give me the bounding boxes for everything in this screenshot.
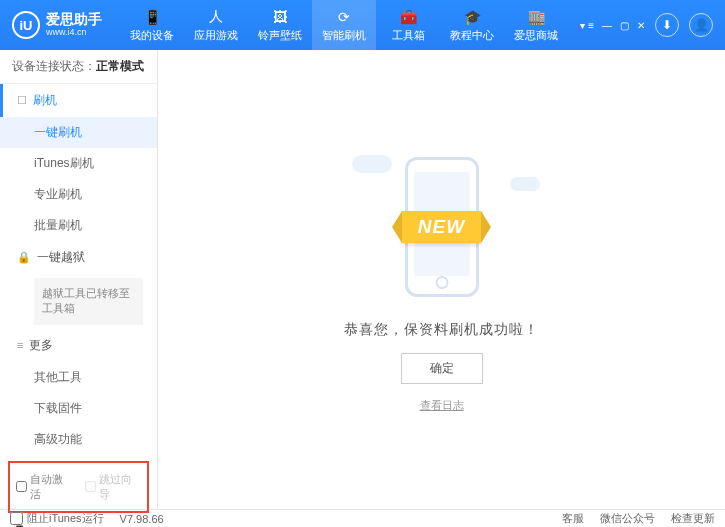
section-flash[interactable]: ☐ 刷机 [0, 84, 157, 117]
footer-link-wechat[interactable]: 微信公众号 [600, 511, 655, 526]
toolbox-icon: 🧰 [399, 8, 417, 26]
store-icon: 🏬 [527, 8, 545, 26]
sidebar-item-pro-flash[interactable]: 专业刷机 [0, 179, 157, 210]
nav-my-device[interactable]: 📱我的设备 [120, 0, 184, 50]
skip-guide-checkbox[interactable]: 跳过向导 [85, 472, 142, 502]
download-icon: ⬇ [662, 18, 672, 32]
app-logo: iU 爱思助手 www.i4.cn [12, 11, 102, 39]
section-more[interactable]: ≡ 更多 [0, 329, 157, 362]
footer-link-support[interactable]: 客服 [562, 511, 584, 526]
nav-store[interactable]: 🏬爱思商城 [504, 0, 568, 50]
ok-button[interactable]: 确定 [401, 353, 483, 384]
minimize-button[interactable]: — [602, 20, 612, 31]
window-controls: ▾ ≡ — ▢ ✕ [580, 20, 645, 31]
footer-link-update[interactable]: 检查更新 [671, 511, 715, 526]
graduation-icon: 🎓 [463, 8, 481, 26]
auto-activate-checkbox[interactable]: 自动激活 [16, 472, 73, 502]
sidebar-item-batch-flash[interactable]: 批量刷机 [0, 210, 157, 241]
user-icon: 👤 [694, 18, 709, 32]
app-url: www.i4.cn [46, 28, 102, 38]
cloud-icon [510, 177, 540, 191]
sidebar: 设备连接状态：正常模式 ☐ 刷机 一键刷机 iTunes刷机 专业刷机 批量刷机… [0, 50, 158, 509]
apps-icon: 人 [207, 8, 225, 26]
section-jailbreak[interactable]: 🔒 一键越狱 [0, 241, 157, 274]
nav-ringtones[interactable]: 🖼铃声壁纸 [248, 0, 312, 50]
sidebar-item-other-tools[interactable]: 其他工具 [0, 362, 157, 393]
nav-tutorials[interactable]: 🎓教程中心 [440, 0, 504, 50]
download-button[interactable]: ⬇ [655, 13, 679, 37]
sidebar-item-oneclick-flash[interactable]: 一键刷机 [0, 117, 157, 148]
menu-icon[interactable]: ▾ ≡ [580, 20, 594, 31]
version-label: V7.98.66 [120, 513, 164, 525]
flash-icon: ☐ [17, 94, 27, 107]
app-header: iU 爱思助手 www.i4.cn 📱我的设备 人应用游戏 🖼铃声壁纸 ⟳智能刷… [0, 0, 725, 50]
maximize-button[interactable]: ▢ [620, 20, 629, 31]
device-status: 设备连接状态：正常模式 [0, 50, 157, 84]
nav-toolbox[interactable]: 🧰工具箱 [376, 0, 440, 50]
menu-lines-icon: ≡ [17, 339, 23, 351]
jailbreak-note: 越狱工具已转移至工具箱 [34, 278, 143, 325]
options-box: 自动激活 跳过向导 [8, 461, 149, 513]
top-nav: 📱我的设备 人应用游戏 🖼铃声壁纸 ⟳智能刷机 🧰工具箱 🎓教程中心 🏬爱思商城 [120, 0, 568, 50]
new-ribbon: NEW [402, 211, 481, 243]
logo-icon: iU [12, 11, 40, 39]
picture-icon: 🖼 [271, 8, 289, 26]
app-name: 爱思助手 [46, 12, 102, 27]
success-message: 恭喜您，保资料刷机成功啦！ [344, 321, 539, 339]
nav-smart-flash[interactable]: ⟳智能刷机 [312, 0, 376, 50]
lock-icon: 🔒 [17, 251, 31, 264]
view-log-link[interactable]: 查看日志 [420, 398, 464, 413]
sidebar-item-itunes-flash[interactable]: iTunes刷机 [0, 148, 157, 179]
device-icon: 📱 [143, 8, 161, 26]
sidebar-item-advanced[interactable]: 高级功能 [0, 424, 157, 455]
close-button[interactable]: ✕ [637, 20, 645, 31]
cloud-icon [352, 155, 392, 173]
user-button[interactable]: 👤 [689, 13, 713, 37]
success-illustration: NEW [352, 147, 532, 307]
nav-apps-games[interactable]: 人应用游戏 [184, 0, 248, 50]
status-value: 正常模式 [96, 59, 144, 73]
block-itunes-checkbox[interactable]: 阻止iTunes运行 [10, 511, 104, 526]
main-content: NEW 恭喜您，保资料刷机成功啦！ 确定 查看日志 [158, 50, 725, 509]
sidebar-item-download-firmware[interactable]: 下载固件 [0, 393, 157, 424]
refresh-icon: ⟳ [335, 8, 353, 26]
